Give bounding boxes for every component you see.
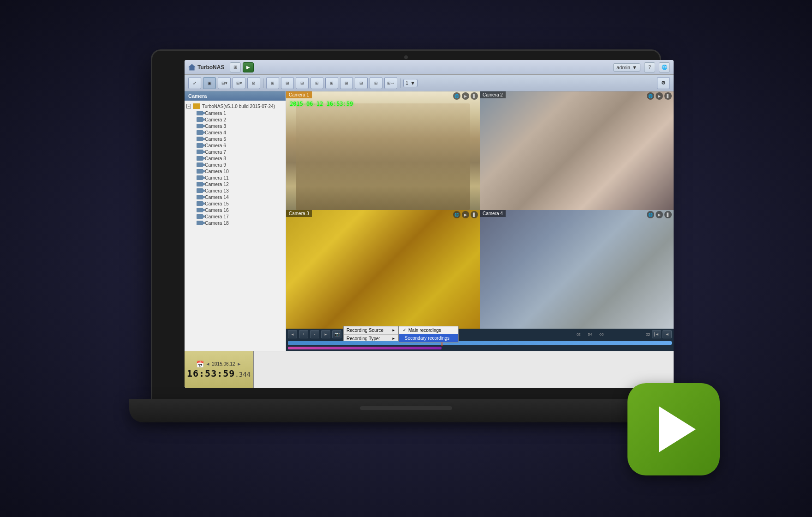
recording-source-item[interactable]: Recording Source ► [344,326,398,335]
num-select[interactable]: 1 ▼ [403,79,418,87]
layout6-btn[interactable]: ⊞ [340,77,353,89]
cam4-globe-btn[interactable]: 🌐 [647,211,654,218]
cam-name: Camera 16 [205,207,229,213]
monitor-btn[interactable]: ⊞ [230,62,241,72]
video-cell-4[interactable]: Camera 4 🌐 ▶ ▋ [480,210,674,329]
cam-name: Camera 6 [205,143,226,148]
split-h-btn[interactable]: ⊟▾ [218,77,231,89]
tree-collapse[interactable]: − [186,104,191,108]
layout1-btn[interactable]: ⊞ [266,77,279,89]
admin-button[interactable]: admin ▼ [613,63,640,72]
list-item[interactable]: Camera 9 [196,162,284,168]
video-cell-1[interactable]: Camera 1 2015-06-12 16:53:59 🌐 ▶ ▋ [286,91,480,210]
calendar-icon[interactable]: 📅 [196,361,204,368]
tl-zoom-in-btn[interactable]: + [299,330,308,338]
layout3-btn[interactable]: ⊞ [296,77,309,89]
tl-start-btn[interactable]: |◄ [652,330,661,338]
tl-zoom-out-btn[interactable]: - [310,330,319,338]
cam2-globe-btn[interactable]: 🌐 [647,92,654,100]
list-item[interactable]: Camera 3 [196,123,284,129]
tl-rewind-btn[interactable]: ◄ [663,330,672,338]
split-v-btn[interactable]: ⊞▾ [233,77,245,89]
cam1-globe-btn[interactable]: 🌐 [453,92,460,100]
play-btn-title[interactable]: ▶ [243,62,254,72]
cam-icon [197,214,203,219]
cam1-signal-btn[interactable]: ▋ [471,92,478,100]
cam-name: Camera 17 [205,214,229,219]
cam2-controls: 🌐 ▶ ▋ [647,92,672,100]
globe-btn[interactable]: 🌐 [659,62,670,72]
tl-label-06: 06 [599,332,603,337]
date-next-btn[interactable]: ► [237,361,242,367]
cam-name: Camera 2 [205,117,226,122]
layout2-btn[interactable]: ⊞ [281,77,294,89]
list-item[interactable]: Camera 13 [196,187,284,194]
admin-label: admin [616,65,630,70]
cam2-play-btn[interactable]: ▶ [656,92,663,100]
list-item[interactable]: Camera 16 [196,207,284,213]
list-item[interactable]: Camera 12 [196,181,284,187]
layout8-btn[interactable]: ⊞ [370,77,382,89]
video-cell-2[interactable]: Camera 2 🌐 ▶ ▋ [480,91,674,210]
num-select-val: 1 [406,80,408,86]
camera-list: Camera 1 Camera 2 Camera 3 [196,110,284,226]
cam-name: Camera 13 [205,188,229,193]
layout5-btn[interactable]: ⊞ [325,77,338,89]
sidebar-tree[interactable]: − TurboNAS(v5.1.0 build 2015-07-24) Came… [185,101,286,351]
date-nav: 📅 ◄ 2015.06.12 ► [196,361,242,368]
tl-prev-btn[interactable]: ◄ [288,330,297,338]
list-item[interactable]: Camera 18 [196,220,284,226]
layout9-btn[interactable]: ⊞↔ [384,77,397,89]
play-overlay-icon[interactable] [627,383,720,475]
quad-btn[interactable]: ⊠ [247,77,260,89]
list-item[interactable]: Camera 7 [196,149,284,155]
cam1-play-btn[interactable]: ▶ [462,92,469,100]
cam-icon [197,111,203,115]
list-item[interactable]: Camera 11 [196,174,284,181]
tl-right-controls: |◄ ◄ [652,330,672,338]
main-recordings-label: Main recordings [408,328,441,333]
list-item[interactable]: Camera 6 [196,142,284,149]
settings-btn[interactable]: ⚙ [657,77,670,89]
list-item[interactable]: Camera 2 [196,116,284,123]
list-item[interactable]: Camera 5 [196,136,284,142]
secondary-recordings-item[interactable]: Secondary recordings [399,334,458,342]
list-item[interactable]: Camera 10 [196,168,284,174]
cam3-signal-btn[interactable]: ▋ [471,211,478,218]
list-item[interactable]: Camera 17 [196,213,284,220]
fit-btn[interactable]: ⤢ [188,77,201,89]
video-cell-3[interactable]: Camera 3 🌐 ▶ ▋ [286,210,480,329]
tl-snapshot-btn[interactable]: 📷 [332,330,341,338]
cam3-play-btn[interactable]: ▶ [462,211,469,218]
laptop-base [129,399,683,422]
cam4-label: Camera 4 [480,210,506,217]
cam2-signal-btn[interactable]: ▋ [664,92,672,100]
layout4-btn[interactable]: ⊞ [310,77,323,89]
cam-icon [197,124,203,128]
layout7-btn[interactable]: ⊞ [355,77,368,89]
list-item[interactable]: Camera 4 [196,129,284,136]
cam3-globe-btn[interactable]: 🌐 [453,211,460,218]
single-view-btn[interactable]: ▣ [203,77,216,89]
tl-next-btn[interactable]: ► [321,330,330,338]
list-item[interactable]: Camera 1 [196,110,284,116]
scene: TurboNAS ⊞ ▶ admin ▼ ? [0,0,812,517]
list-item[interactable]: Camera 14 [196,194,284,200]
time-hms: 16:53:59 [187,368,235,379]
cam1-timestamp: 2015-06-12 16:53:59 [290,101,353,107]
cam4-signal-btn[interactable]: ▋ [664,211,672,218]
tl-label-04: 04 [588,332,592,337]
cam-name: Camera 9 [205,162,226,168]
timeline-track[interactable] [286,340,674,346]
cam4-play-btn[interactable]: ▶ [656,211,663,218]
help-btn[interactable]: ? [644,62,655,72]
date-prev-btn[interactable]: ◄ [206,361,210,367]
main-recordings-item[interactable]: ✓ Main recordings [399,326,458,334]
cam1-controls: 🌐 ▶ ▋ [453,92,478,100]
sub-timeline-bar [288,347,442,349]
cam-name: Camera 7 [205,149,226,155]
list-item[interactable]: Camera 8 [196,155,284,162]
timeline-labels: 02 04 06 22 [576,332,650,337]
list-item[interactable]: Camera 15 [196,200,284,207]
timeline-bar[interactable] [288,341,672,345]
